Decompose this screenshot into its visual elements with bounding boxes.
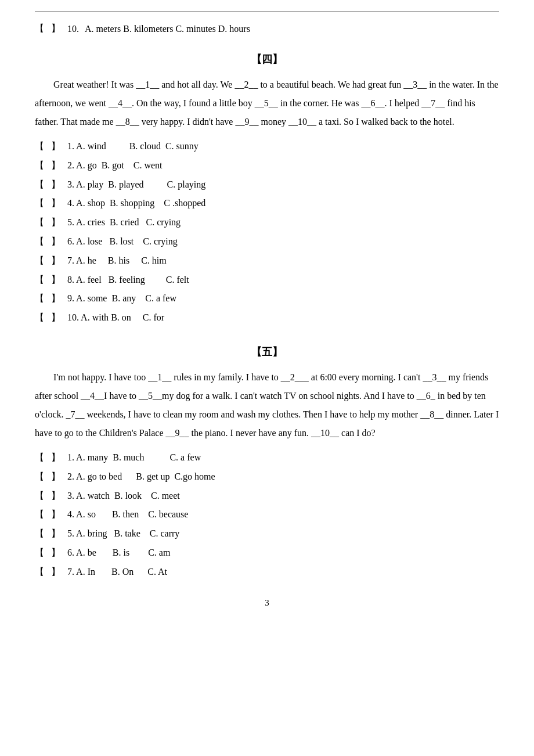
section-5: 【五】 I'm not happy. I have too __1__ rule… bbox=[35, 345, 499, 581]
bracket-open: 【 bbox=[35, 488, 51, 505]
bracket-close: 】 bbox=[51, 272, 67, 289]
item-num: 6. A. be bbox=[67, 545, 96, 561]
s5-item-5: 【 】 5. A. bring B. take C. carry bbox=[35, 525, 499, 542]
item-options: B. On C. At bbox=[95, 564, 499, 581]
bracket-close: 】 bbox=[51, 545, 67, 561]
bracket-open: 【 bbox=[35, 469, 51, 485]
bracket-open: 【 bbox=[35, 545, 51, 561]
bracket-close: 】 bbox=[51, 449, 67, 466]
bracket-close: 】 bbox=[51, 469, 67, 485]
item-options: B. feeling C. felt bbox=[102, 272, 499, 289]
item-options: B. any C. a few bbox=[107, 290, 499, 307]
bracket-close: 】 bbox=[51, 564, 67, 581]
bracket-close: 】 bbox=[51, 195, 67, 212]
question-10-row: 【 】 10. A. meters B. kilometers C. minut… bbox=[35, 23, 499, 35]
item-num: 4. A. shop bbox=[67, 195, 105, 212]
bracket-close: 】 bbox=[51, 214, 67, 231]
item-options: B. shopping C .shopped bbox=[105, 195, 499, 212]
q10-number: 10. bbox=[67, 24, 85, 34]
bracket-open: 【 bbox=[35, 138, 51, 155]
item-num: 2. A. go bbox=[67, 157, 97, 174]
s4-item-1: 【 】 1. A. wind B. cloud C. sunny bbox=[35, 138, 499, 155]
s4-item-9: 【 】 9. A. some B. any C. a few bbox=[35, 290, 499, 307]
bracket-close: 】 bbox=[51, 177, 67, 193]
s4-item-2: 【 】 2. A. go B. got C. went bbox=[35, 157, 499, 174]
bracket-open: 【 bbox=[35, 233, 51, 250]
s5-item-4: 【 】 4. A. so B. then C. because bbox=[35, 506, 499, 523]
bracket-open: 【 bbox=[35, 525, 51, 542]
item-num: 8. A. feel bbox=[67, 272, 102, 289]
item-num: 5. A. cries bbox=[67, 214, 105, 231]
s4-item-3: 【 】 3. A. play B. played C. playing bbox=[35, 177, 499, 193]
section-4-title: 【四】 bbox=[35, 52, 499, 66]
bracket-close: 】 bbox=[51, 525, 67, 542]
item-options: B. much C. a few bbox=[108, 449, 499, 466]
item-options: B. then C. because bbox=[96, 506, 499, 523]
bracket-open: 【 bbox=[35, 253, 51, 269]
bracket-open: 【 bbox=[35, 177, 51, 193]
bracket-open: 【 bbox=[35, 23, 51, 35]
s5-item-2: 【 】 2. A. go to bed B. get up C.go home bbox=[35, 469, 499, 485]
item-num: 3. A. watch bbox=[67, 488, 110, 505]
bracket-close: 】 bbox=[51, 23, 67, 35]
bracket-close: 】 bbox=[51, 290, 67, 307]
bracket-close: 】 bbox=[51, 309, 67, 326]
item-options: B. is C. am bbox=[96, 545, 499, 561]
bracket-open: 【 bbox=[35, 290, 51, 307]
section-5-title: 【五】 bbox=[35, 345, 499, 359]
item-options: B. played C. playing bbox=[103, 177, 499, 193]
s4-item-8: 【 】 8. A. feel B. feeling C. felt bbox=[35, 272, 499, 289]
bracket-close: 】 bbox=[51, 506, 67, 523]
bracket-open: 【 bbox=[35, 449, 51, 466]
bracket-open: 【 bbox=[35, 214, 51, 231]
item-options: B. cloud C. sunny bbox=[106, 138, 499, 155]
item-num: 1. A. many bbox=[67, 449, 108, 466]
bracket-open: 【 bbox=[35, 272, 51, 289]
item-num: 7. A. In bbox=[67, 564, 95, 581]
item-num: 4. A. so bbox=[67, 506, 96, 523]
bracket-open: 【 bbox=[35, 506, 51, 523]
item-num: 1. A. wind bbox=[67, 138, 106, 155]
section-5-passage: I'm not happy. I have too __1__ rules in… bbox=[35, 368, 499, 442]
item-num: 2. A. go to bed bbox=[67, 469, 122, 485]
s4-item-10: 【 】 10. A. with B. on C. for bbox=[35, 309, 499, 326]
item-options: B. on C. for bbox=[109, 309, 499, 326]
s5-item-6: 【 】 6. A. be B. is C. am bbox=[35, 545, 499, 561]
bracket-open: 【 bbox=[35, 157, 51, 174]
s5-item-1: 【 】 1. A. many B. much C. a few bbox=[35, 449, 499, 466]
page-number: 3 bbox=[35, 598, 499, 608]
bracket-open: 【 bbox=[35, 564, 51, 581]
item-options: B. take C. carry bbox=[107, 525, 499, 542]
item-options: B. his C. him bbox=[96, 253, 499, 269]
item-num: 10. A. with bbox=[67, 309, 109, 326]
bracket-open: 【 bbox=[35, 195, 51, 212]
bracket-open: 【 bbox=[35, 309, 51, 326]
s4-item-7: 【 】 7. A. he B. his C. him bbox=[35, 253, 499, 269]
item-options: B. cried C. crying bbox=[105, 214, 499, 231]
s4-item-6: 【 】 6. A. lose B. lost C. crying bbox=[35, 233, 499, 250]
item-options: B. get up C.go home bbox=[122, 469, 499, 485]
item-num: 5. A. bring bbox=[67, 525, 107, 542]
s4-item-5: 【 】 5. A. cries B. cried C. crying bbox=[35, 214, 499, 231]
bracket-close: 】 bbox=[51, 253, 67, 269]
section-4: 【四】 Great weather! It was __1__ and hot … bbox=[35, 52, 499, 326]
item-num: 7. A. he bbox=[67, 253, 96, 269]
item-options: B. look C. meet bbox=[110, 488, 499, 505]
s5-item-3: 【 】 3. A. watch B. look C. meet bbox=[35, 488, 499, 505]
item-num: 6. A. lose bbox=[67, 233, 102, 250]
item-num: 3. A. play bbox=[67, 177, 103, 193]
item-options: B. got C. went bbox=[97, 157, 499, 174]
top-divider bbox=[35, 12, 499, 12]
bracket-close: 】 bbox=[51, 488, 67, 505]
bracket-close: 】 bbox=[51, 138, 67, 155]
item-options: B. lost C. crying bbox=[102, 233, 499, 250]
item-num: 9. A. some bbox=[67, 290, 107, 307]
bracket-close: 】 bbox=[51, 233, 67, 250]
s4-item-4: 【 】 4. A. shop B. shopping C .shopped bbox=[35, 195, 499, 212]
s5-item-7: 【 】 7. A. In B. On C. At bbox=[35, 564, 499, 581]
bracket-close: 】 bbox=[51, 157, 67, 174]
section-4-passage: Great weather! It was __1__ and hot all … bbox=[35, 75, 499, 131]
q10-options: A. meters B. kilometers C. minutes D. ho… bbox=[85, 24, 499, 34]
